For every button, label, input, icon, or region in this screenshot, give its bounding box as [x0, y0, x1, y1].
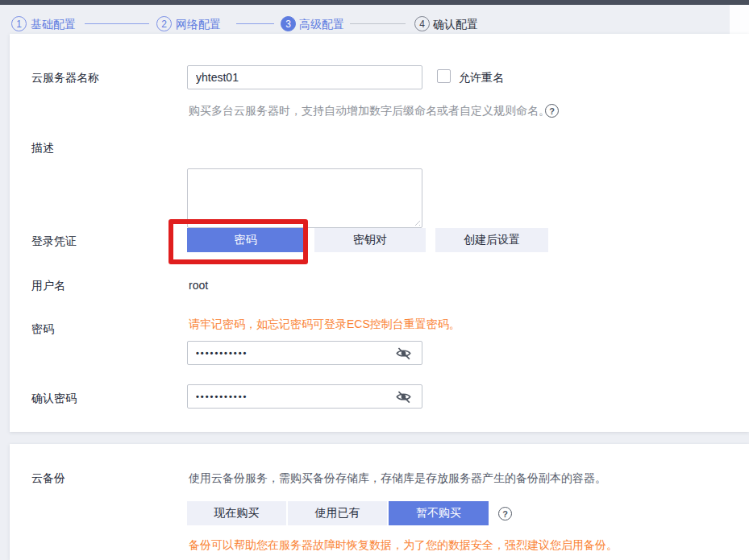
step-2-circle: 2	[156, 16, 172, 31]
cloud-backup-description: 使用云备份服务，需购买备份存储库，存储库是存放服务器产生的备份副本的容器。	[189, 471, 606, 486]
help-icon[interactable]: ?	[498, 507, 512, 521]
tab-set-after-create[interactable]: 创建后设置	[435, 228, 548, 252]
password-input[interactable]	[187, 341, 422, 365]
username-value: root	[189, 279, 208, 292]
step-1-label[interactable]: 基础配置	[31, 18, 76, 32]
username-label: 用户名	[31, 279, 65, 293]
step-connector-1	[85, 23, 149, 24]
step-4-circle: 4	[414, 16, 430, 31]
tab-buy-now[interactable]: 现在购买	[187, 501, 286, 525]
step-wizard: 1 基础配置 2 网络配置 3 高级配置 4 确认配置	[0, 5, 730, 34]
help-icon[interactable]: ?	[545, 104, 559, 118]
tab-use-existing[interactable]: 使用已有	[288, 501, 387, 525]
cloud-backup-label: 云备份	[31, 471, 65, 486]
password-label: 密码	[31, 322, 54, 337]
step-3-circle: 3	[281, 16, 296, 31]
step-connector-2	[236, 23, 274, 24]
allow-duplicate-label: 允许重名	[459, 71, 504, 85]
description-textarea[interactable]	[187, 168, 422, 228]
cloud-backup-card: 云备份 使用云备份服务，需购买备份存储库，存储库是存放服务器产生的备份副本的容器…	[10, 444, 749, 560]
tab-keypair[interactable]: 密钥对	[314, 228, 426, 252]
backup-note: 备份可以帮助您在服务器故障时恢复数据，为了您的数据安全，强烈建议您启用备份。	[189, 538, 618, 553]
password-warning: 请牢记密码，如忘记密码可登录ECS控制台重置密码。	[189, 317, 460, 332]
eye-off-icon[interactable]	[395, 345, 413, 363]
server-name-label: 云服务器名称	[31, 71, 99, 85]
server-name-hint: 购买多台云服务器时，支持自动增加数字后缀命名或者自定义规则命名。	[189, 104, 550, 118]
confirm-password-label: 确认密码	[31, 392, 77, 406]
eye-off-icon[interactable]	[395, 388, 413, 406]
step-4-label[interactable]: 确认配置	[433, 18, 478, 32]
login-credential-label: 登录凭证	[31, 234, 77, 249]
description-label: 描述	[31, 141, 54, 156]
advanced-config-card: 云服务器名称 允许重名 购买多台云服务器时，支持自动增加数字后缀命名或者自定义规…	[10, 34, 749, 432]
tab-not-required[interactable]: 暂不购买	[389, 501, 489, 525]
tab-password[interactable]: 密码	[187, 228, 304, 252]
server-name-input[interactable]	[187, 65, 422, 89]
step-2-label[interactable]: 网络配置	[176, 18, 221, 32]
step-1-circle: 1	[11, 16, 27, 31]
scrollbar-track[interactable]	[730, 5, 749, 34]
step-3-label[interactable]: 高级配置	[299, 18, 344, 32]
allow-duplicate-checkbox[interactable]	[437, 69, 451, 83]
step-connector-3	[350, 23, 406, 24]
confirm-password-input[interactable]	[187, 384, 422, 409]
